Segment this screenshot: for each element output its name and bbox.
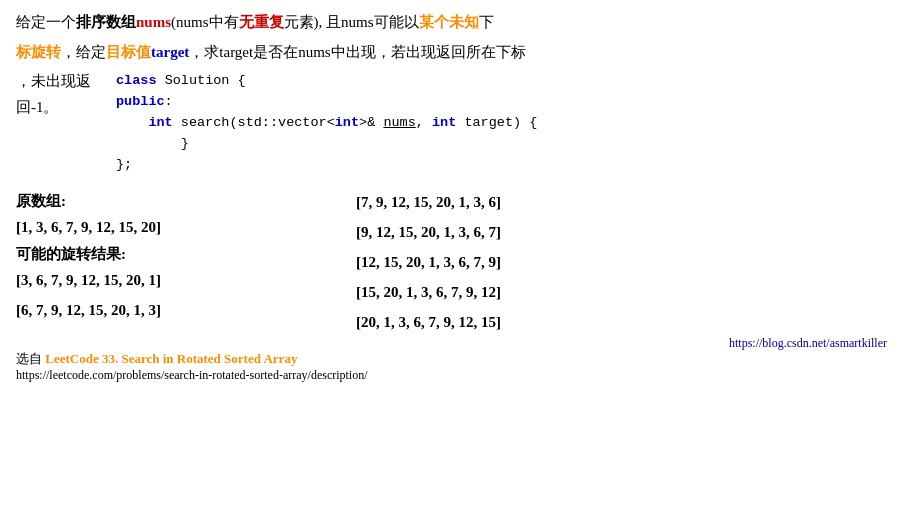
right-value5: [20, 1, 3, 6, 7, 9, 12, 15] [356, 310, 887, 334]
intro-mougeweizhi: 某个未知 [419, 14, 479, 30]
right-value1: [7, 9, 12, 15, 20, 1, 3, 6] [356, 190, 887, 214]
right-value2: [9, 12, 15, 20, 1, 3, 6, 7] [356, 220, 887, 244]
intro-target-blue: target [151, 44, 189, 60]
code-classname: Solution [165, 73, 230, 88]
intro-biaoxuanzhuan: 标旋转 [16, 44, 61, 60]
arrays-left: 原数组: [1, 3, 6, 7, 9, 12, 15, 20] 可能的旋转结果… [16, 190, 356, 340]
code-line-4: } [116, 134, 887, 155]
value-original: [1, 3, 6, 7, 9, 12, 15, 20] [16, 215, 356, 239]
label-original: 原数组: [16, 192, 356, 211]
intro-bold-paixu: 排序数组 [76, 14, 136, 30]
code-line-5: }; [116, 155, 887, 176]
intro-mubiaozhi: 目标值 [106, 44, 151, 60]
intro-nochong: 无重复 [239, 14, 284, 30]
footer-prefix: 选自 [16, 351, 45, 366]
intro-paragraph: 给定一个排序数组nums(nums中有无重复元素), 且nums可能以某个未知下… [16, 10, 887, 184]
footer-link[interactable]: LeetCode 33. Search in Rotated Sorted Ar… [45, 351, 297, 366]
label-rotation: 可能的旋转结果: [16, 245, 356, 264]
code-space [157, 73, 165, 88]
arrays-right: [7, 9, 12, 15, 20, 1, 3, 6] [9, 12, 15, … [356, 190, 887, 340]
footer: 选自 LeetCode 33. Search in Rotated Sorted… [16, 350, 887, 383]
code-line-2: public: [116, 92, 887, 113]
code-block: class Solution { public: int search(std:… [116, 71, 887, 176]
intro-nums-red: nums [136, 14, 171, 30]
intro-text-normal6: ，求target是否在nums中出现，若出现返回所在下标 [189, 44, 525, 60]
intro-text-normal7: ，未出现返回-1。 [16, 69, 116, 184]
right-value4: [15, 20, 1, 3, 6, 7, 9, 12] [356, 280, 887, 304]
code-line-1: class Solution { [116, 71, 887, 92]
intro-text-normal1: 给定一个 [16, 14, 76, 30]
intro-text-normal4: 下 [479, 14, 494, 30]
intro-text-normal5: ，给定 [61, 44, 106, 60]
intro-text-normal3: 元素), 且nums可能以 [284, 14, 419, 30]
intro-text-normal2: (nums中有 [171, 14, 239, 30]
right-value3: [12, 15, 20, 1, 3, 6, 7, 9] [356, 250, 887, 274]
footer-url: https://leetcode.com/problems/search-in-… [16, 368, 887, 383]
arrays-section: 原数组: [1, 3, 6, 7, 9, 12, 15, 20] 可能的旋转结果… [16, 190, 887, 340]
value-rotation2: [6, 7, 9, 12, 15, 20, 1, 3] [16, 298, 356, 322]
code-line-3: int search(std::vector<int>& nums, int t… [116, 113, 887, 134]
value-rotation1: [3, 6, 7, 9, 12, 15, 20, 1] [16, 268, 356, 292]
